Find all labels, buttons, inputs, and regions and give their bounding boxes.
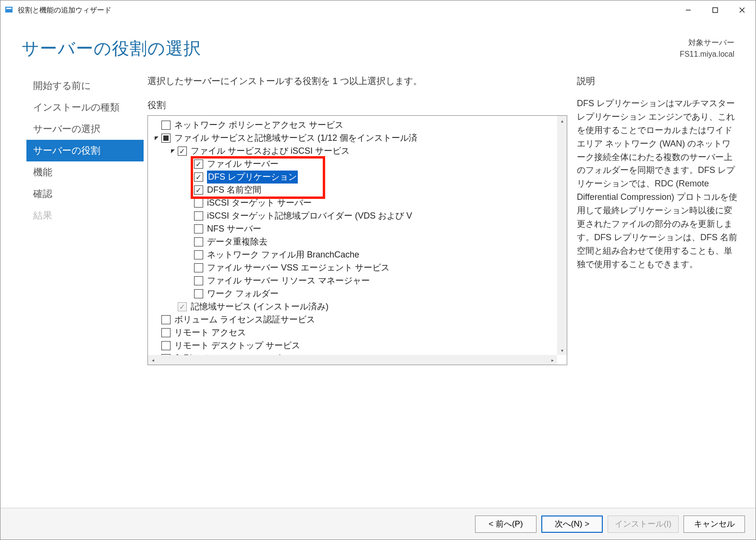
maximize-button[interactable] (702, 0, 729, 20)
vertical-scrollbar[interactable]: ▴ ▾ (557, 116, 567, 355)
checkbox (178, 302, 187, 311)
target-server-name: FS11.miya.local (680, 49, 734, 60)
wizard-step-item[interactable]: サーバーの選択 (26, 118, 144, 140)
wizard-steps-sidebar: 開始する前にインストールの種類サーバーの選択サーバーの役割機能確認結果 (0, 70, 144, 508)
tree-item-label: NFS サーバー (207, 222, 261, 235)
tree-item-label: ボリューム ライセンス認証サービス (174, 313, 315, 326)
next-button[interactable]: 次へ(N) > (541, 515, 603, 533)
checkbox[interactable] (194, 224, 203, 233)
tree-item-label: リモート デスクトップ サービス (174, 339, 300, 352)
tree-row[interactable]: ファイル サーバー (153, 158, 565, 171)
checkbox[interactable] (194, 276, 203, 285)
tree-item-label: DFS 名前空間 (207, 184, 261, 196)
tree-row[interactable]: ボリューム ライセンス認証サービス (153, 313, 565, 326)
checkbox[interactable] (161, 328, 171, 337)
roles-tree[interactable]: ネットワーク ポリシーとアクセス サービスファイル サービスと記憶域サービス (… (148, 116, 567, 355)
svg-rect-0 (5, 7, 12, 12)
tree-item-label: ファイル サービスと記憶域サービス (1/12 個をインストール済 (174, 132, 417, 145)
tree-row[interactable]: DFS レプリケーション (153, 171, 565, 184)
scroll-down-icon[interactable]: ▾ (557, 345, 567, 355)
wizard-body: サーバーの役割の選択 対象サーバー FS11.miya.local 開始する前に… (0, 20, 756, 508)
tree-item-label: リモート アクセス (174, 326, 246, 339)
description-text: DFS レプリケーションはマルチマスター レプリケーション エンジンであり、これ… (577, 97, 738, 271)
wizard-step-item[interactable]: 機能 (26, 161, 144, 183)
close-button[interactable] (729, 0, 756, 20)
window-controls (675, 0, 756, 20)
instruction-text: 選択したサーバーにインストールする役割を 1 つ以上選択します。 (147, 75, 567, 87)
checkbox[interactable] (194, 160, 203, 169)
tree-item-label: データ重複除去 (207, 235, 268, 248)
main-panel: 選択したサーバーにインストールする役割を 1 つ以上選択します。 役割 ネットワ… (147, 70, 567, 508)
checkbox[interactable] (161, 121, 171, 130)
wizard-step-item[interactable]: 開始する前に (26, 75, 144, 97)
cancel-button[interactable]: キャンセル (683, 515, 745, 533)
tree-row[interactable]: NFS サーバー (153, 222, 565, 235)
tree-row[interactable]: ファイル サーバー VSS エージェント サービス (153, 261, 565, 274)
checkbox[interactable] (194, 198, 203, 208)
tree-item-label: iSCSI ターゲット サーバー (207, 196, 312, 209)
tree-row[interactable]: ネットワーク ポリシーとアクセス サービス (153, 119, 565, 132)
tree-row[interactable]: データ重複除去 (153, 235, 565, 248)
tree-row[interactable]: リモート アクセス (153, 326, 565, 339)
minimize-button[interactable] (675, 0, 702, 20)
checkbox[interactable] (194, 250, 203, 259)
tree-item-label: ネットワーク ポリシーとアクセス サービス (174, 119, 343, 132)
titlebar: 役割と機能の追加ウィザード (0, 0, 756, 20)
tree-row[interactable]: ファイル サービスと記憶域サービス (1/12 個をインストール済 (153, 132, 565, 145)
checkbox[interactable] (161, 315, 171, 324)
window-title: 役割と機能の追加ウィザード (18, 6, 675, 15)
scroll-track[interactable] (557, 125, 567, 345)
checkbox[interactable] (194, 172, 203, 182)
tree-row[interactable]: リモート デスクトップ サービス (153, 339, 565, 352)
tree-item-label: iSCSI ターゲット記憶域プロバイダー (VDS および V (207, 209, 412, 222)
checkbox[interactable] (194, 289, 203, 298)
expander-icon[interactable] (169, 147, 177, 155)
description-label: 説明 (577, 75, 738, 87)
checkbox[interactable] (194, 185, 203, 195)
description-panel: 説明 DFS レプリケーションはマルチマスター レプリケーション エンジンであり… (571, 70, 744, 508)
tree-row[interactable]: ファイル サービスおよび iSCSI サービス (153, 145, 565, 158)
tree-row[interactable]: DFS 名前空間 (153, 184, 565, 196)
roles-tree-box: ネットワーク ポリシーとアクセス サービスファイル サービスと記憶域サービス (… (147, 115, 567, 365)
install-button: インストール(I) (608, 515, 679, 533)
wizard-step-item[interactable]: 確認 (26, 183, 144, 205)
wizard-step-item: 結果 (26, 205, 144, 226)
tree-row[interactable]: ファイル サーバー リソース マネージャー (153, 274, 565, 287)
target-server-label: 対象サーバー (680, 37, 734, 49)
tree-row[interactable]: ワーク フォルダー (153, 287, 565, 300)
tree-item-label: ファイル サーバー リソース マネージャー (207, 274, 370, 287)
checkbox[interactable] (194, 211, 203, 221)
checkbox[interactable] (161, 134, 171, 143)
tree-row[interactable]: iSCSI ターゲット記憶域プロバイダー (VDS および V (153, 209, 565, 222)
scroll-right-icon[interactable]: ▸ (548, 355, 557, 365)
tree-item-label: DFS レプリケーション (207, 171, 298, 184)
tree-row[interactable]: 記憶域サービス (インストール済み) (153, 300, 565, 313)
svg-rect-3 (713, 8, 718, 12)
scroll-track[interactable] (158, 355, 548, 365)
scroll-up-icon[interactable]: ▴ (557, 116, 567, 125)
checkbox[interactable] (178, 147, 187, 156)
page-title: サーバーの役割の選択 (22, 37, 680, 61)
checkbox[interactable] (194, 237, 203, 246)
tree-item-label: ファイル サービスおよび iSCSI サービス (191, 145, 350, 158)
tree-item-label: ファイル サーバー (207, 158, 279, 171)
target-server-info: 対象サーバー FS11.miya.local (680, 37, 734, 60)
tree-item-label: ネットワーク ファイル用 BranchCache (207, 248, 359, 261)
tree-item-label: ワーク フォルダー (207, 287, 279, 300)
wizard-button-bar: < 前へ(P) 次へ(N) > インストール(I) キャンセル (0, 508, 756, 540)
previous-button[interactable]: < 前へ(P) (475, 515, 537, 533)
expander-icon[interactable] (153, 135, 160, 142)
tree-row[interactable]: iSCSI ターゲット サーバー (153, 196, 565, 209)
horizontal-scrollbar[interactable]: ◂ ▸ (148, 355, 557, 365)
tree-row[interactable]: ネットワーク ファイル用 BranchCache (153, 248, 565, 261)
wizard-step-item[interactable]: インストールの種類 (26, 97, 144, 118)
tree-item-label: 記憶域サービス (インストール済み) (191, 300, 329, 313)
tree-item-label: ファイル サーバー VSS エージェント サービス (207, 261, 390, 274)
checkbox[interactable] (194, 263, 203, 272)
checkbox[interactable] (161, 341, 171, 350)
svg-rect-1 (6, 8, 12, 9)
wizard-icon (4, 5, 14, 15)
roles-section-label: 役割 (147, 99, 567, 111)
wizard-step-item[interactable]: サーバーの役割 (26, 140, 144, 161)
scroll-left-icon[interactable]: ◂ (148, 355, 158, 365)
